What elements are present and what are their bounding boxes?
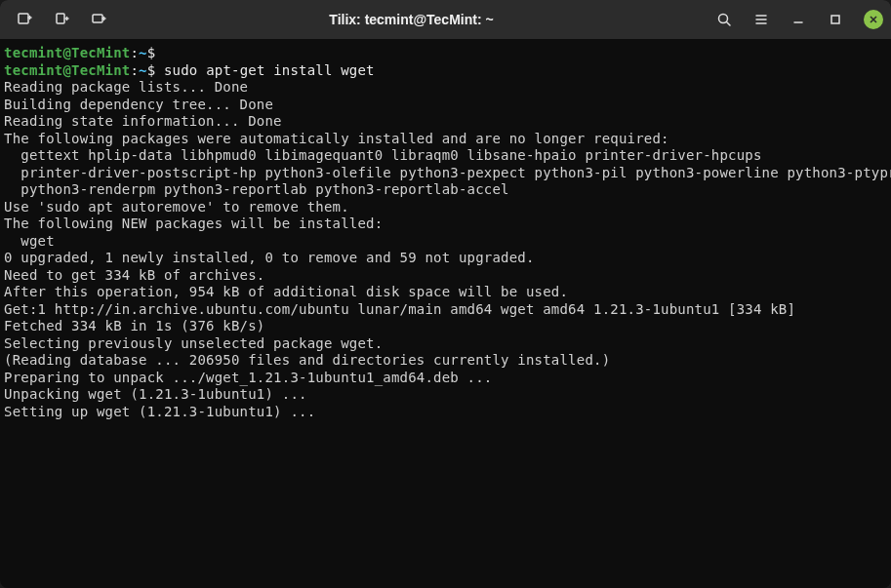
add-down-icon bbox=[54, 12, 69, 27]
output-line: Fetched 334 kB in 1s (376 kB/s) bbox=[4, 318, 887, 335]
window-title: Tilix: tecmint@TecMint: ~ bbox=[115, 12, 708, 27]
hamburger-icon bbox=[753, 12, 769, 27]
close-button[interactable] bbox=[864, 10, 883, 29]
maximize-icon bbox=[828, 12, 843, 27]
minimize-icon bbox=[790, 12, 806, 27]
prompt-line: tecmint@TecMint:~$ sudo apt-get install … bbox=[4, 62, 887, 80]
output-line: gettext hplip-data libhpmud0 libimagequa… bbox=[4, 147, 887, 165]
search-button[interactable] bbox=[708, 3, 741, 36]
minimize-button[interactable] bbox=[782, 3, 815, 36]
output-line: 0 upgraded, 1 newly installed, 0 to remo… bbox=[4, 250, 887, 267]
command-input bbox=[155, 45, 164, 60]
close-icon bbox=[869, 15, 878, 24]
prompt-separator: : bbox=[130, 62, 139, 78]
output-line: printer-driver-postscript-hp python3-ole… bbox=[4, 165, 887, 182]
prompt-user-host: tecmint@TecMint bbox=[4, 45, 130, 60]
add-right-icon bbox=[91, 12, 106, 27]
new-session-button[interactable] bbox=[8, 3, 41, 36]
svg-rect-1 bbox=[57, 14, 64, 23]
output-line: Setting up wget (1.21.3-1ubuntu1) ... bbox=[4, 404, 887, 421]
output-line: wget bbox=[4, 233, 887, 251]
output-line: python3-renderpm python3-reportlab pytho… bbox=[4, 181, 887, 199]
prompt-separator: : bbox=[130, 45, 139, 60]
svg-rect-2 bbox=[93, 15, 102, 22]
titlebar-left-controls bbox=[8, 3, 115, 36]
output-line: (Reading database ... 206950 files and d… bbox=[4, 352, 887, 370]
maximize-button[interactable] bbox=[819, 3, 852, 36]
command-input: sudo apt-get install wget bbox=[155, 62, 374, 78]
output-line: Get:1 http://in.archive.ubuntu.com/ubunt… bbox=[4, 301, 887, 319]
output-line: Reading package lists... Done bbox=[4, 79, 887, 97]
output-line: After this operation, 954 kB of addition… bbox=[4, 284, 887, 301]
output-line: Unpacking wget (1.21.3-1ubuntu1) ... bbox=[4, 386, 887, 404]
menu-button[interactable] bbox=[745, 3, 778, 36]
new-session-icon bbox=[17, 12, 32, 27]
output-line: Preparing to unpack .../wget_1.21.3-1ubu… bbox=[4, 370, 887, 387]
output-line: Need to get 334 kB of archives. bbox=[4, 267, 887, 285]
output-line: Use 'sudo apt autoremove' to remove them… bbox=[4, 199, 887, 216]
add-down-button[interactable] bbox=[45, 3, 78, 36]
prompt-user-host: tecmint@TecMint bbox=[4, 62, 130, 78]
prompt-path: ~ bbox=[139, 62, 147, 78]
search-icon bbox=[716, 12, 732, 27]
prompt-path: ~ bbox=[139, 45, 147, 60]
prompt-line: tecmint@TecMint:~$ bbox=[4, 45, 887, 62]
output-line: Selecting previously unselected package … bbox=[4, 335, 887, 353]
output-line: The following NEW packages will be insta… bbox=[4, 216, 887, 233]
output-line: Reading state information... Done bbox=[4, 113, 887, 131]
output-line: Building dependency tree... Done bbox=[4, 97, 887, 114]
svg-rect-4 bbox=[831, 16, 839, 23]
output-line: The following packages were automaticall… bbox=[4, 131, 887, 148]
window-titlebar: Tilix: tecmint@TecMint: ~ bbox=[0, 0, 891, 39]
titlebar-right-controls bbox=[708, 3, 883, 36]
svg-rect-0 bbox=[19, 14, 28, 23]
add-right-button[interactable] bbox=[82, 3, 115, 36]
terminal-pane[interactable]: tecmint@TecMint:~$ tecmint@TecMint:~$ su… bbox=[0, 39, 891, 588]
